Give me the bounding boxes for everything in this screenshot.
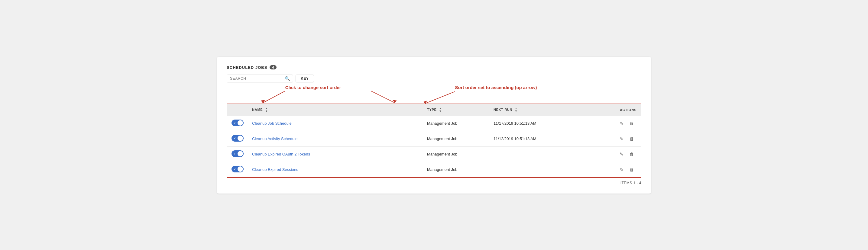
svg-line-3: [371, 91, 395, 103]
job-name-cell-3: Cleanup Expired Sessions: [248, 162, 423, 177]
svg-marker-4: [393, 100, 397, 103]
items-label: ITEMS 1 - 4: [620, 181, 641, 185]
toggle-switch-0[interactable]: ✓: [231, 119, 244, 126]
toggle-switch-2[interactable]: ✓: [231, 150, 244, 157]
card-header: SCHEDULED JOBS 4: [227, 65, 641, 70]
job-name-link-0[interactable]: Cleanup Job Schedule: [252, 121, 292, 126]
next-run-sort-icon: ▲ ▼: [515, 107, 518, 113]
toggle-knob: [238, 151, 243, 156]
scheduled-jobs-card: SCHEDULED JOBS 4 🔍 KEY Click to change s…: [217, 57, 651, 193]
job-date-text-1: 11/12/2019 10:51:13 AM: [494, 137, 536, 141]
toggle-knob: [238, 136, 243, 141]
job-type-text-1: Management Job: [427, 137, 457, 141]
name-sort-icon: ▲ ▼: [265, 107, 268, 113]
svg-marker-2: [261, 100, 265, 103]
jobs-count-badge: 4: [270, 65, 276, 69]
job-next-run-cell-0: 11/17/2019 10:51:13 AM: [489, 116, 568, 131]
search-wrapper: 🔍: [227, 75, 293, 82]
toggle-cell-1: ✓: [227, 131, 248, 146]
job-type-text-2: Management Job: [427, 152, 457, 156]
edit-button-0[interactable]: ✎: [617, 119, 626, 128]
job-date-text-0: 11/17/2019 10:51:13 AM: [494, 121, 536, 126]
svg-marker-7: [424, 100, 427, 103]
toggle-check-icon: ✓: [233, 152, 236, 155]
job-type-text-0: Management Job: [427, 121, 457, 126]
svg-line-1: [262, 91, 285, 103]
table-row: ✓ Cleanup Activity Schedule Management J…: [227, 131, 641, 146]
table-header-row: NAME ▲ ▼ TYPE ▲ ▼ NEXT R: [227, 104, 641, 116]
search-input[interactable]: [230, 76, 283, 81]
toolbar: 🔍 KEY: [227, 75, 641, 82]
job-type-cell-1: Management Job: [423, 131, 489, 146]
annotation-container: Click to change sort order Sort order se…: [227, 85, 641, 104]
toggle-cell-3: ✓: [227, 162, 248, 177]
col-header-next-run[interactable]: NEXT RUN ▲ ▼: [489, 104, 568, 116]
type-sort-icon: ▲ ▼: [439, 107, 442, 113]
table-row: ✓ Cleanup Expired Sessions Management Jo…: [227, 162, 641, 177]
delete-button-3[interactable]: 🗑: [627, 166, 637, 173]
svg-line-6: [425, 92, 455, 104]
key-button[interactable]: KEY: [296, 75, 314, 82]
toggle-check-icon: ✓: [233, 137, 236, 140]
job-name-cell-0: Cleanup Job Schedule: [248, 116, 423, 131]
toggle-header: [227, 104, 248, 116]
toggle-cell-0: ✓: [227, 116, 248, 131]
job-actions-cell-0: ✎ 🗑: [568, 116, 641, 131]
job-actions-cell-3: ✎ 🗑: [568, 162, 641, 177]
jobs-table: NAME ▲ ▼ TYPE ▲ ▼ NEXT R: [227, 104, 641, 177]
edit-button-2[interactable]: ✎: [617, 150, 626, 158]
job-actions-cell-1: ✎ 🗑: [568, 131, 641, 146]
job-type-cell-0: Management Job: [423, 116, 489, 131]
search-button[interactable]: 🔍: [285, 76, 290, 81]
delete-button-2[interactable]: 🗑: [627, 150, 637, 158]
delete-button-1[interactable]: 🗑: [627, 135, 637, 143]
job-type-cell-3: Management Job: [423, 162, 489, 177]
edit-button-1[interactable]: ✎: [617, 135, 626, 143]
job-name-cell-2: Cleanup Expired OAuth 2 Tokens: [248, 146, 423, 162]
job-name-link-2[interactable]: Cleanup Expired OAuth 2 Tokens: [252, 152, 310, 156]
job-next-run-cell-2: [489, 146, 568, 162]
job-name-cell-1: Cleanup Activity Schedule: [248, 131, 423, 146]
col-header-type[interactable]: TYPE ▲ ▼: [423, 104, 489, 116]
svg-text:Sort order set to ascending (u: Sort order set to ascending (up arrow): [455, 85, 537, 90]
job-type-text-3: Management Job: [427, 167, 457, 172]
table-footer: ITEMS 1 - 4: [227, 178, 641, 185]
job-name-link-1[interactable]: Cleanup Activity Schedule: [252, 137, 298, 141]
col-header-actions: ACTIONS: [568, 104, 641, 116]
toggle-cell-2: ✓: [227, 146, 248, 162]
table-row: ✓ Cleanup Expired OAuth 2 Tokens Managem…: [227, 146, 641, 162]
toggle-switch-1[interactable]: ✓: [231, 135, 244, 142]
svg-text:Click to change sort order: Click to change sort order: [285, 85, 341, 90]
toggle-knob: [238, 120, 243, 126]
toggle-check-icon: ✓: [233, 121, 236, 125]
toggle-check-icon: ✓: [233, 168, 236, 171]
job-next-run-cell-1: 11/12/2019 10:51:13 AM: [489, 131, 568, 146]
section-title: SCHEDULED JOBS: [227, 65, 267, 70]
job-name-link-3[interactable]: Cleanup Expired Sessions: [252, 167, 298, 172]
delete-button-0[interactable]: 🗑: [627, 119, 637, 127]
col-header-name[interactable]: NAME ▲ ▼: [248, 104, 423, 116]
toggle-knob: [238, 166, 243, 172]
jobs-table-container: NAME ▲ ▼ TYPE ▲ ▼ NEXT R: [227, 104, 641, 178]
job-next-run-cell-3: [489, 162, 568, 177]
job-actions-cell-2: ✎ 🗑: [568, 146, 641, 162]
edit-button-3[interactable]: ✎: [617, 166, 626, 174]
table-row: ✓ Cleanup Job Schedule Management Job 11…: [227, 116, 641, 131]
job-type-cell-2: Management Job: [423, 146, 489, 162]
toggle-switch-3[interactable]: ✓: [231, 166, 244, 172]
